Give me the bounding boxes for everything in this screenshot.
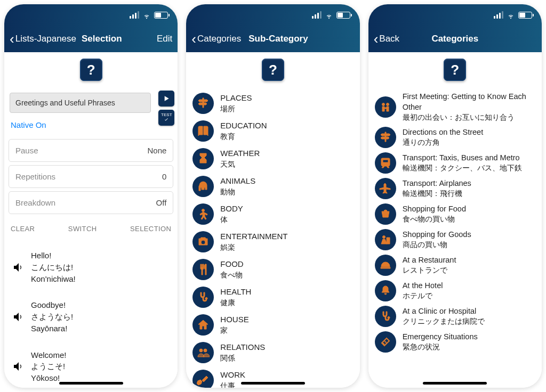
category-row[interactable]: Transport: Taxis, Buses and Metro輸送機関：タク… (368, 150, 542, 176)
category-text: ENTERTAINMENT娯楽 (220, 231, 287, 252)
selection-button[interactable]: SELECTION (130, 225, 171, 233)
category-row[interactable]: Shopping for Food食べ物の買い物 (368, 201, 542, 227)
category-row[interactable]: First Meeting: Getting to Know Each Othe… (368, 89, 542, 125)
category-row[interactable]: Shopping for Goods商品の買い物 (368, 227, 542, 252)
play-button[interactable] (158, 91, 174, 107)
bell-icon (375, 280, 396, 301)
native-toggle[interactable]: Native On (4, 116, 178, 136)
category-text: RELATIONS関係 (220, 342, 265, 363)
setting-cell-breakdown[interactable]: BreakdownOff (9, 191, 173, 214)
category-row[interactable]: At a Restaurantレストランで (368, 252, 542, 278)
phrase-row[interactable]: Goodbye!さようなら!Sayōnara! (4, 292, 178, 341)
category-text: Shopping for Goods商品の買い物 (403, 230, 471, 250)
svg-point-3 (382, 103, 384, 106)
svg-point-6 (385, 341, 386, 342)
signpost-icon (192, 93, 214, 114)
back-button[interactable]: ‹ Categories (191, 32, 241, 46)
wifi-icon (142, 12, 151, 18)
category-row[interactable]: ENTERTAINMENT娯楽 (186, 228, 359, 256)
tools-icon (192, 370, 214, 388)
category-row[interactable]: FOOD食べ物 (186, 256, 359, 283)
category-row[interactable]: At the Hotelホテルで (368, 278, 542, 304)
category-text: At a Clinic or Hospitalクリニックまたは病院で (403, 306, 485, 326)
category-row[interactable]: WEATHER天気 (186, 145, 359, 173)
back-button[interactable]: ‹ Back (374, 32, 399, 46)
phrase-row[interactable]: Welcome!ようこそ!Yōkoso! (4, 342, 178, 388)
elephant-icon (192, 176, 214, 197)
page-title: Sub-Category (248, 34, 308, 44)
svg-point-2 (204, 349, 207, 352)
bag-icon (375, 229, 396, 250)
category-row[interactable]: BODY体 (186, 200, 359, 228)
category-row[interactable]: ANIMALS動物 (186, 173, 359, 200)
category-row[interactable]: At a Clinic or Hospitalクリニックまたは病院で (368, 304, 542, 329)
switch-button[interactable]: SWITCH (68, 225, 97, 233)
bandage-icon (375, 331, 396, 353)
wifi-icon (325, 12, 333, 18)
stethoscope-icon (375, 306, 396, 327)
speaker-icon[interactable] (11, 359, 26, 374)
setting-cell-repetitions[interactable]: Repetitions0 (9, 165, 173, 188)
train-icon (375, 152, 396, 174)
category-text: HEALTH健康 (220, 287, 251, 307)
help-button[interactable]: ? (262, 59, 284, 81)
speaker-icon[interactable] (11, 260, 26, 275)
category-row[interactable]: Transport: Airplanes輸送機関：飛行機 (368, 176, 542, 201)
battery-icon (518, 12, 532, 19)
category-row[interactable]: Emergency Situations緊急の状況 (368, 329, 542, 355)
category-text: FOOD食べ物 (220, 259, 243, 280)
category-text: At the Hotelホテルで (403, 281, 443, 301)
setting-value: Off (156, 198, 167, 207)
category-text: At a Restaurantレストランで (403, 255, 456, 275)
svg-point-1 (199, 349, 203, 352)
chevron-left-icon: ‹ (374, 32, 379, 46)
clear-button[interactable]: CLEAR (11, 225, 35, 233)
setting-label: Pause (15, 146, 38, 155)
category-row[interactable]: Directions on the Street通りの方角 (368, 125, 542, 150)
test-button[interactable]: TEST (158, 110, 174, 126)
setting-cell-pause[interactable]: PauseNone (9, 139, 173, 162)
speaker-icon[interactable] (11, 309, 26, 324)
home-indicator[interactable] (241, 382, 305, 385)
category-text: WEATHER天気 (220, 148, 260, 169)
category-row[interactable]: RELATIONS関係 (186, 339, 359, 366)
nav-bar: ‹ Back Categories (368, 26, 542, 52)
category-row[interactable]: PLACES場所 (186, 89, 359, 117)
category-row[interactable]: EDUCATION教育 (186, 117, 359, 145)
category-text: PLACES場所 (220, 93, 252, 113)
category-text: Transport: Taxis, Buses and Metro輸送機関：タク… (403, 153, 522, 173)
category-row[interactable]: HOUSE家 (186, 311, 359, 339)
home-indicator[interactable] (423, 382, 487, 385)
film-icon (192, 231, 214, 252)
category-row[interactable]: WORK仕事 (186, 366, 359, 388)
help-button[interactable]: ? (444, 59, 466, 81)
category-text: BODY体 (220, 203, 243, 224)
battery-icon (336, 12, 350, 19)
hourglass-icon (192, 148, 214, 169)
setting-value: None (147, 146, 166, 155)
back-button[interactable]: ‹ Lists-Japanese (10, 32, 76, 46)
category-text: ANIMALS動物 (220, 176, 255, 197)
page-title: Selection (82, 34, 122, 44)
category-text: Directions on the Street通りの方角 (403, 127, 484, 148)
cellular-icon (130, 11, 139, 19)
help-button[interactable]: ? (80, 59, 102, 81)
category-text: Shopping for Food食べ物の買い物 (403, 204, 466, 224)
nav-bar: ‹ Categories Sub-Category (186, 26, 359, 52)
edit-button[interactable]: Edit (157, 34, 172, 44)
home-indicator[interactable] (59, 382, 123, 385)
plane-icon (375, 178, 396, 199)
selection-box[interactable]: Greetings and Useful Phrases (10, 93, 151, 113)
back-label: Categories (197, 34, 241, 44)
svg-point-8 (386, 342, 387, 344)
phrase-row[interactable]: Hello!こんにちは!Kon'nichiwa! (4, 242, 178, 292)
stethoscope-icon (192, 287, 214, 308)
dish-icon (375, 255, 396, 276)
wifi-icon (507, 12, 515, 18)
setting-value: 0 (162, 172, 166, 181)
category-row[interactable]: HEALTH健康 (186, 283, 359, 311)
meeting-icon (375, 96, 396, 118)
body-icon (192, 203, 214, 225)
status-bar (368, 4, 542, 26)
page-title: Categories (431, 34, 478, 44)
